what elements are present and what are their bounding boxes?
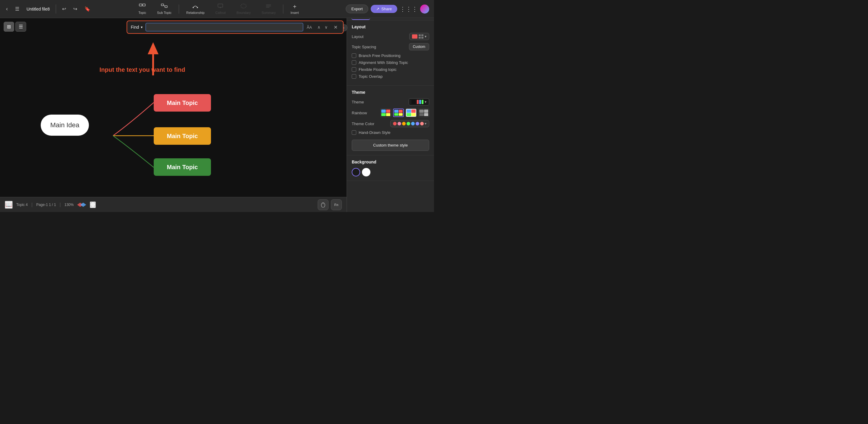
theme-chevron: ▾ [425,100,427,104]
svg-point-9 [241,4,246,8]
color-purple [415,122,419,125]
topic-node-2[interactable]: Main Topic [154,127,211,145]
color-red [393,122,397,125]
apps-button[interactable]: ⋮⋮⋮ [400,5,418,13]
svg-rect-1 [143,4,145,6]
toolbar-left: ‹ ☰ Untitled file8 ↩ ↪ 🔖 [0,4,96,13]
bg-color-dark[interactable] [352,168,360,176]
color-orange [402,122,406,125]
layout-label: Layout [352,34,364,39]
back-button[interactable]: ‹ [4,4,10,13]
find-label[interactable]: Find ▼ [131,25,143,30]
tool-subtopic[interactable]: Sub Topic [152,1,176,16]
undo-button[interactable]: ↩ [60,5,68,13]
bg-color-white[interactable] [362,168,370,176]
menu-button[interactable]: ☰ [13,5,22,13]
theme-section-title: Theme [352,90,429,95]
theme-label: Theme [352,100,364,104]
flexible-checkbox[interactable] [352,67,356,72]
color-light-red [420,122,424,125]
topic-spacing-label: Topic Spacing [352,44,376,49]
insert-icon: + [293,3,297,10]
subtopic-label: Sub Topic [157,11,172,14]
right-panel: Canvas Style Mark Clipart Layout Layout [347,0,434,212]
topic-node-3[interactable]: Main Topic [154,158,211,176]
overlap-checkbox[interactable] [352,74,356,79]
find-input[interactable] [146,23,303,31]
background-section: Background [347,155,434,181]
find-dropdown-arrow: ▼ [140,26,143,29]
checkbox-flexible: Flexible Floating topic [352,67,429,72]
callout-label: Callout [216,11,226,14]
avatar[interactable] [420,4,429,13]
topic-node-1[interactable]: Main Topic [154,94,211,112]
page-info-label: Page-1 1 / 1 [36,203,56,207]
view-list-button[interactable]: ☰ [16,22,26,32]
tool-callout[interactable]: Callout [211,1,230,16]
toolbar-divider [56,4,56,13]
topic-spacing-row: Topic Spacing Custom [352,43,429,50]
fn-button[interactable]: Fn [331,199,342,210]
rainbow-label: Rainbow [352,111,367,115]
insert-button[interactable]: + Insert [286,1,304,16]
rainbow-options [380,109,429,117]
bottom-bar: 📖 Topic 4 | Page-1 1 / 1 | 130% ⛶ Fn [0,197,347,212]
theme-row: Theme ▾ [352,98,429,105]
toolbar-divider-2 [179,4,179,13]
hand-drawn-checkbox[interactable] [352,130,356,135]
rainbow-opt-2[interactable] [393,109,404,117]
tool-relationship[interactable]: Relationship [181,1,210,16]
find-prev-button[interactable]: ∧ [315,24,322,30]
theme-selector[interactable]: ▾ [409,98,429,105]
layout-selector[interactable]: ▾ [409,33,429,40]
summary-label: Summary [261,11,276,14]
topic-count-label: Topic 4 [16,203,28,207]
tool-topic[interactable]: Topic [133,1,151,16]
view-toggle: ⊞ ☰ [4,22,38,32]
find-next-button[interactable]: ∨ [323,24,330,30]
top-toolbar: ‹ ☰ Untitled file8 ↩ ↪ 🔖 Topic Sub Topic… [0,0,434,18]
branch-free-checkbox[interactable] [352,53,356,58]
theme-colors-preview [417,100,424,104]
alignment-checkbox[interactable] [352,60,356,65]
topic-spacing-value[interactable]: Custom [409,43,429,50]
alignment-label: Alignment With Sibling Topic [359,60,408,65]
svg-rect-2 [161,4,164,6]
book-button[interactable]: 📖 [5,201,13,209]
checkbox-overlap: Topic Overlap [352,74,429,79]
background-section-title: Background [352,159,429,164]
fullscreen-button[interactable]: ⛶ [90,202,96,208]
find-close-button[interactable]: ✕ [332,24,339,31]
theme-color-selector[interactable]: ▾ [390,120,429,127]
export-button[interactable]: Export [346,4,369,13]
relationship-label: Relationship [186,11,205,14]
canvas-area: Main Idea Main Topic Main Topic Main Top… [0,18,347,197]
checkbox-alignment: Alignment With Sibling Topic [352,60,429,65]
mouse-button[interactable] [318,199,329,210]
theme-color-row: Theme Color ▾ [352,120,429,127]
hand-drawn-label: Hand-Drawn Style [359,130,391,135]
redo-button[interactable]: ↪ [71,5,80,13]
find-navigation: ∧ ∨ [315,24,330,30]
rainbow-opt-3[interactable] [406,109,416,117]
svg-marker-8 [220,7,221,8]
save-button[interactable]: 🔖 [82,5,93,13]
main-idea-node[interactable]: Main Idea [41,115,89,136]
theme-section: Theme Theme ▾ Rainbow [347,86,434,155]
custom-theme-button[interactable]: Custom theme style [352,140,429,151]
subtopic-icon [161,3,167,10]
share-button[interactable]: ↗ Share [371,5,397,13]
tool-boundary[interactable]: Boundary [232,1,255,16]
logo-button[interactable] [77,202,86,208]
svg-rect-3 [165,6,167,7]
view-card-button[interactable]: ⊞ [4,22,14,32]
boundary-icon [240,3,247,10]
color-palette-chevron: ▾ [425,122,427,126]
tool-summary[interactable]: Summary [257,1,281,16]
zoom-label[interactable]: 130% [64,203,74,207]
rainbow-opt-1[interactable] [380,109,391,117]
callout-icon [217,3,224,10]
overlap-label: Topic Overlap [359,74,382,79]
layout-grid-preview [418,34,424,39]
rainbow-opt-4[interactable] [418,109,429,117]
